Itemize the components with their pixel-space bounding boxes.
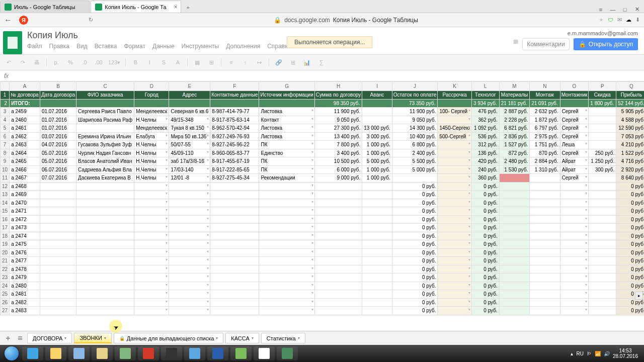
cell[interactable] <box>499 298 529 307</box>
sheet-tab[interactable]: 🔒Данные для выпадающего списка▾ <box>114 333 224 343</box>
toolbar-item[interactable]: 🔗 <box>274 59 283 66</box>
cell[interactable] <box>499 248 529 257</box>
cell[interactable] <box>589 191 616 199</box>
cell[interactable] <box>134 232 169 240</box>
menu-Данные[interactable]: Данные <box>152 43 174 50</box>
all-sheets-button[interactable]: ≡ <box>15 334 25 343</box>
cell[interactable]: 0 руб. <box>616 274 644 282</box>
toolbar-item[interactable]: ∑ <box>316 59 326 65</box>
col-header[interactable]: F <box>210 82 259 91</box>
cell[interactable] <box>362 248 392 257</box>
cell[interactable]: 0 руб. <box>616 257 644 265</box>
cell[interactable] <box>499 240 529 249</box>
cell[interactable]: а 2464 <box>10 149 40 157</box>
yandex-icon[interactable]: Я <box>19 16 28 25</box>
menu-Правка[interactable]: Правка <box>49 43 70 50</box>
cell[interactable] <box>40 257 76 265</box>
cell[interactable]: 7 053 руб. <box>616 132 644 141</box>
cell[interactable] <box>76 199 134 207</box>
cell[interactable] <box>362 282 392 290</box>
cell[interactable] <box>40 265 76 274</box>
cell[interactable] <box>530 290 560 299</box>
cell[interactable] <box>438 298 471 307</box>
cell[interactable]: 12/01 -8 <box>169 174 210 183</box>
cell[interactable] <box>40 248 76 257</box>
cell[interactable] <box>169 298 210 307</box>
cell[interactable]: 872 руб. <box>499 149 529 157</box>
cell[interactable]: 0 руб. <box>392 207 438 216</box>
cell[interactable]: Даскиева Екатерина В <box>76 174 134 183</box>
cell[interactable]: 49/15-348 <box>169 116 210 124</box>
cell[interactable]: 06.07.2016 <box>40 165 76 174</box>
cell[interactable]: 0 руб. <box>471 257 499 265</box>
cell[interactable]: 870 руб. <box>530 149 560 157</box>
toolbar-item[interactable]: ⊞ <box>207 59 216 66</box>
cell[interactable] <box>438 174 471 183</box>
cell[interactable]: Мира 50 кв.136 <box>169 132 210 141</box>
cell[interactable]: 2 920 руб. <box>616 165 644 174</box>
cell[interactable] <box>530 174 560 183</box>
cell[interactable]: 2 480 руб. <box>499 157 529 166</box>
header-cell[interactable]: Прибыль <box>616 91 644 100</box>
cell[interactable]: 4 716 руб. <box>616 157 644 166</box>
cell[interactable]: Н.Челны <box>134 141 169 149</box>
cell[interactable]: 45/09-110 <box>169 149 210 157</box>
cell[interactable]: 8-960-065-83-77 <box>210 149 259 157</box>
cell[interactable]: 11 900 руб. <box>314 108 362 116</box>
cell[interactable]: Тукая 8 кв.150 <box>169 124 210 133</box>
mail-icon[interactable]: ✉ <box>617 17 622 23</box>
browser-tab-2[interactable]: Копия Июль - Google Та × <box>91 1 181 13</box>
cell[interactable] <box>589 132 616 141</box>
cell[interactable] <box>76 207 134 216</box>
toolbar-item[interactable]: ↦ <box>255 59 264 66</box>
cell[interactable] <box>589 182 616 191</box>
cell[interactable] <box>499 207 529 216</box>
cell[interactable]: Сергей <box>560 108 589 116</box>
cell[interactable]: 04.07.2016 <box>40 141 76 149</box>
cell[interactable]: Сергей <box>560 149 589 157</box>
cell[interactable] <box>76 265 134 274</box>
cell[interactable]: 0 руб. <box>616 282 644 290</box>
cell[interactable]: 0 руб. <box>471 182 499 191</box>
menu-Формат[interactable]: Формат <box>124 43 145 50</box>
cell[interactable] <box>134 199 169 207</box>
cell[interactable]: ПК <box>259 165 314 174</box>
cell[interactable]: 500-Сергей <box>438 132 471 141</box>
cell[interactable] <box>134 182 169 191</box>
cell[interactable] <box>210 240 259 249</box>
taskbar-app[interactable] <box>68 346 90 360</box>
cell[interactable]: 9 050 руб. <box>392 116 438 124</box>
cell[interactable] <box>362 307 392 315</box>
cell[interactable]: 0 руб. <box>471 232 499 240</box>
cell[interactable]: Контакт <box>259 116 314 124</box>
taskbar-app[interactable] <box>207 346 228 360</box>
cell[interactable] <box>259 191 314 199</box>
cell[interactable] <box>438 182 471 191</box>
taskbar-app[interactable] <box>22 346 43 360</box>
cell[interactable] <box>362 257 392 265</box>
toolbar-item[interactable]: ↷ <box>18 59 27 66</box>
cell[interactable] <box>438 232 471 240</box>
cell[interactable] <box>438 141 471 149</box>
col-header[interactable]: Q <box>616 82 644 91</box>
cell[interactable] <box>438 116 471 124</box>
cell[interactable] <box>76 191 134 199</box>
cell[interactable]: Шарипова Расима Раф <box>76 116 134 124</box>
cell[interactable]: 1 250 руб. <box>589 157 616 166</box>
cell[interactable]: 8-917-222-85-65 <box>210 165 259 174</box>
cell[interactable]: 0 руб. <box>616 265 644 274</box>
cell[interactable] <box>259 232 314 240</box>
cell[interactable]: 1 527 руб. <box>499 141 529 149</box>
cell[interactable]: 0 руб. <box>471 307 499 315</box>
toolbar-item[interactable]: .00 <box>94 59 103 65</box>
cell[interactable]: 1 092 руб. <box>471 124 499 133</box>
cell[interactable]: 10 400 руб. <box>392 132 438 141</box>
cell[interactable]: 0 руб. <box>616 199 644 207</box>
new-tab-button[interactable]: + <box>182 3 194 13</box>
header-cell[interactable]: Монтажник <box>560 91 589 100</box>
cell[interactable]: 2 400 руб. <box>392 149 438 157</box>
clock-date[interactable]: 28.07.2016 <box>613 353 638 359</box>
cell[interactable]: 0 руб. <box>392 265 438 274</box>
cell[interactable]: 0 руб. <box>392 274 438 282</box>
cell[interactable] <box>438 307 471 315</box>
